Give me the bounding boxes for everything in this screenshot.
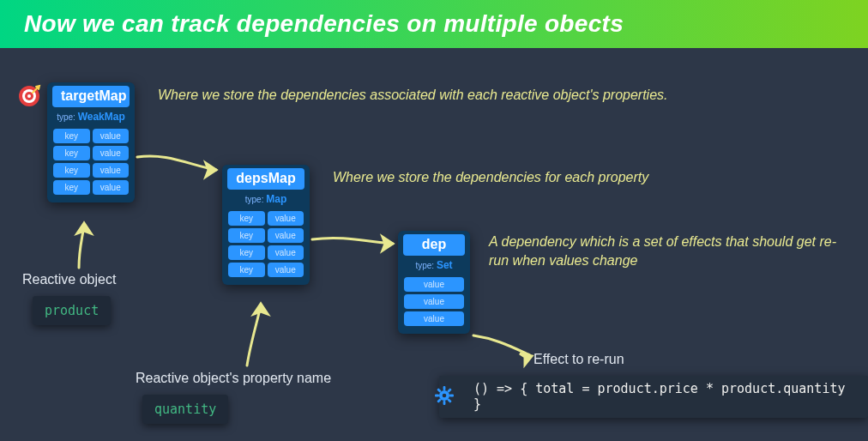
cell-k: key: [53, 146, 90, 160]
cell-v: value: [93, 146, 130, 160]
cell-k: key: [53, 163, 90, 178]
dep-rows: valuevaluevalue: [401, 275, 467, 329]
slide-title: Now we can track dependencies on multipl…: [24, 10, 624, 38]
cell-v: value: [268, 245, 304, 260]
gear-icon: [434, 385, 455, 409]
cell-k: key: [228, 228, 265, 243]
effect-code-text: () => { total = product.price * product.…: [473, 381, 845, 412]
cell-v: value: [93, 163, 130, 178]
svg-rect-6: [443, 386, 446, 390]
reactive-object-label: Reactive object: [22, 272, 116, 287]
effect-code: () => { total = product.price * product.…: [439, 376, 868, 418]
targetmap-box: targetMap type: WeakMap keyvaluekeyvalue…: [47, 82, 135, 202]
code-chip-quantity: quantity: [142, 395, 228, 424]
code-chip-product: product: [33, 296, 111, 325]
cell-v: value: [404, 294, 464, 309]
reactive-prop-label: Reactive object's property name: [136, 371, 331, 386]
depsmap-desc: Where we store the dependencies for each…: [333, 168, 830, 187]
dep-type: type: Set: [401, 257, 467, 275]
arrows-overlay: [0, 0, 868, 441]
svg-point-3: [27, 94, 31, 98]
svg-rect-7: [443, 401, 446, 405]
svg-rect-9: [449, 394, 454, 396]
targetmap-title: targetMap: [52, 86, 130, 107]
title-banner: Now we can track dependencies on multipl…: [0, 0, 868, 48]
target-icon: [17, 84, 41, 108]
dep-desc: A dependency which is a set of effects t…: [489, 233, 849, 271]
cell-k: key: [228, 211, 265, 226]
cell-k: key: [53, 129, 90, 143]
depsmap-box: depsMap type: Map keyvaluekeyvaluekeyval…: [222, 165, 310, 285]
cell-v: value: [268, 211, 304, 226]
dep-title: dep: [403, 234, 465, 256]
dep-box: dep type: Set valuevaluevalue: [398, 231, 470, 334]
depsmap-title: depsMap: [227, 168, 304, 190]
cell-k: key: [228, 263, 265, 277]
targetmap-type: type: WeakMap: [51, 109, 131, 126]
cell-v: value: [404, 311, 464, 326]
depsmap-rows: keyvaluekeyvaluekeyvaluekeyvalue: [226, 208, 306, 280]
depsmap-type: type: Map: [226, 191, 306, 208]
cell-v: value: [268, 228, 304, 243]
targetmap-desc: Where we store the dependencies associat…: [158, 86, 827, 105]
cell-v: value: [93, 129, 130, 143]
effect-label: Effect to re-run: [533, 352, 624, 367]
svg-point-5: [443, 393, 447, 397]
cell-v: value: [404, 277, 464, 292]
cell-v: value: [93, 180, 130, 195]
targetmap-rows: keyvaluekeyvaluekeyvaluekeyvalue: [51, 126, 131, 197]
cell-k: key: [53, 180, 90, 195]
cell-v: value: [268, 263, 304, 277]
svg-rect-8: [435, 394, 439, 396]
cell-k: key: [228, 245, 265, 260]
